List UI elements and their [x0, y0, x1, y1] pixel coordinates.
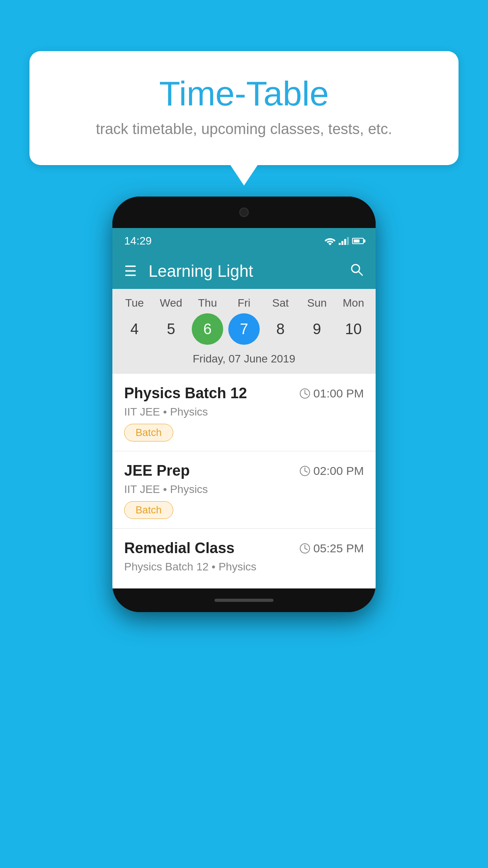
day-fri: Fri	[228, 297, 260, 309]
day-10[interactable]: 10	[338, 313, 369, 345]
status-icons	[325, 237, 364, 245]
day-4[interactable]: 4	[119, 313, 150, 345]
day-numbers: 4 5 6 7 8 9 10	[116, 313, 372, 345]
day-wed: Wed	[155, 297, 187, 309]
clock-icon-2	[299, 465, 310, 476]
schedule-container: Physics Batch 12 01:00 PM IIT JEE • Phys…	[112, 374, 376, 588]
day-sun: Sun	[301, 297, 333, 309]
item-title-1: Physics Batch 12	[124, 385, 247, 402]
app-header: ☰ Learning Light	[112, 254, 376, 289]
batch-badge-2: Batch	[124, 501, 173, 519]
item-time-2: 02:00 PM	[299, 464, 364, 478]
day-headers: Tue Wed Thu Fri Sat Sun Mon	[116, 297, 372, 309]
item-time-3: 05:25 PM	[299, 542, 364, 555]
clock-icon-3	[299, 543, 310, 554]
item-subtitle-1: IIT JEE • Physics	[124, 406, 364, 418]
phone-device: 14:29 ☰ Learning Light	[112, 197, 376, 612]
status-bar: 14:29	[112, 228, 376, 254]
menu-icon[interactable]: ☰	[124, 263, 137, 280]
item-title-3: Remedial Class	[124, 540, 235, 557]
schedule-item-3[interactable]: Remedial Class 05:25 PM Physics Batch 12…	[112, 529, 376, 588]
speech-bubble: Time-Table track timetable, upcoming cla…	[29, 51, 459, 165]
bubble-title: Time-Table	[61, 75, 427, 113]
phone-camera	[239, 208, 249, 217]
day-thu: Thu	[192, 297, 223, 309]
svg-line-1	[358, 271, 362, 275]
item-header-3: Remedial Class 05:25 PM	[124, 540, 364, 557]
signal-icon	[339, 237, 349, 245]
item-time-1: 01:00 PM	[299, 387, 364, 400]
item-title-2: JEE Prep	[124, 462, 190, 479]
phone-bottom-bezel	[112, 588, 376, 612]
app-title: Learning Light	[149, 262, 350, 281]
phone-top-bezel	[112, 197, 376, 228]
day-sat: Sat	[265, 297, 296, 309]
batch-badge-1: Batch	[124, 424, 173, 441]
schedule-item-1[interactable]: Physics Batch 12 01:00 PM IIT JEE • Phys…	[112, 374, 376, 451]
day-mon: Mon	[338, 297, 369, 309]
home-indicator	[215, 599, 273, 602]
day-5[interactable]: 5	[155, 313, 187, 345]
svg-line-4	[305, 394, 307, 395]
item-subtitle-2: IIT JEE • Physics	[124, 483, 364, 496]
phone-mockup: 14:29 ☰ Learning Light	[29, 197, 459, 612]
clock-icon-1	[299, 388, 310, 399]
speech-bubble-section: Time-Table track timetable, upcoming cla…	[29, 51, 459, 165]
search-button[interactable]	[350, 263, 364, 280]
item-subtitle-3: Physics Batch 12 • Physics	[124, 561, 364, 573]
bubble-subtitle: track timetable, upcoming classes, tests…	[61, 121, 427, 138]
day-6-today[interactable]: 6	[192, 313, 223, 345]
item-header-1: Physics Batch 12 01:00 PM	[124, 385, 364, 402]
day-9[interactable]: 9	[301, 313, 333, 345]
battery-icon	[352, 238, 364, 244]
day-tue: Tue	[119, 297, 150, 309]
wifi-icon	[325, 237, 336, 245]
schedule-item-2[interactable]: JEE Prep 02:00 PM IIT JEE • Physics Batc…	[112, 451, 376, 529]
svg-line-10	[305, 548, 307, 550]
item-header-2: JEE Prep 02:00 PM	[124, 462, 364, 479]
svg-line-7	[305, 471, 307, 472]
calendar-strip: Tue Wed Thu Fri Sat Sun Mon 4 5 6 7 8 9 …	[112, 289, 376, 374]
selected-date-label: Friday, 07 June 2019	[116, 349, 372, 370]
day-8[interactable]: 8	[265, 313, 296, 345]
status-time: 14:29	[124, 235, 152, 247]
day-7-selected[interactable]: 7	[228, 313, 260, 345]
